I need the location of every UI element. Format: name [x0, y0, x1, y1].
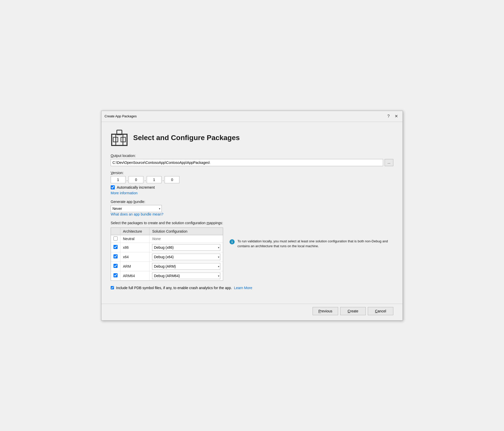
output-path-input[interactable] — [111, 159, 383, 166]
title-bar-controls: ? ✕ — [385, 113, 399, 120]
arm-config-select[interactable]: Debug (ARM) Release (ARM) — [152, 263, 220, 270]
footer: Previous Create Cancel — [101, 304, 403, 320]
arm64-checkbox[interactable] — [113, 273, 118, 277]
x86-checkbox[interactable] — [113, 245, 118, 249]
x64-arch: x64 — [120, 252, 150, 262]
neutral-config: None — [150, 235, 223, 243]
title-bar-left: Create App Packages — [105, 114, 137, 118]
package-icon — [111, 129, 128, 146]
x64-config-wrapper: Debug (x64) Release (x64) ▾ — [152, 254, 220, 260]
info-box: i To run validation locally, you must se… — [229, 228, 393, 281]
table-row: x86 Debug (x86) Release (x86) ▾ — [111, 243, 223, 252]
pdb-row: Include full PDB symbol files, if any, t… — [111, 286, 393, 290]
create-app-packages-dialog: Create App Packages ? ✕ Select and Confi… — [101, 111, 403, 321]
x64-config-select[interactable]: Debug (x64) Release (x64) — [152, 254, 220, 260]
row-checkbox-cell — [111, 252, 120, 262]
what-is-bundle-link[interactable]: What does an app bundle mean? — [111, 212, 163, 216]
version-major[interactable] — [111, 176, 125, 183]
x86-config-wrapper: Debug (x86) Release (x86) ▾ — [152, 244, 220, 251]
bundle-select[interactable]: Never Always If needed — [111, 205, 162, 212]
packages-table-wrapper: Architecture Solution Configuration Neut… — [111, 228, 223, 281]
x86-config: Debug (x86) Release (x86) ▾ — [150, 243, 223, 252]
version-row: . . . — [111, 176, 393, 183]
previous-button[interactable]: Previous — [313, 307, 338, 315]
pdb-label: Include full PDB symbol files, if any, t… — [116, 286, 232, 290]
neutral-arch: Neutral — [120, 235, 150, 243]
close-button[interactable]: ✕ — [393, 113, 399, 120]
svg-rect-1 — [116, 134, 123, 145]
packages-section: Architecture Solution Configuration Neut… — [111, 228, 393, 281]
output-location-label: Output location: — [111, 154, 393, 158]
row-checkbox-cell — [111, 262, 120, 271]
help-button[interactable]: ? — [385, 113, 392, 120]
info-icon: i — [229, 239, 235, 245]
table-row: ARM Debug (ARM) Release (ARM) ▾ — [111, 262, 223, 271]
table-row: x64 Debug (x64) Release (x64) ▾ — [111, 252, 223, 262]
svg-rect-0 — [112, 134, 127, 145]
version-build[interactable] — [147, 176, 162, 183]
auto-increment-label: Automatically increment — [117, 185, 155, 189]
x86-config-select[interactable]: Debug (x86) Release (x86) — [152, 244, 220, 251]
table-row: ARM64 Debug (ARM64) Release (ARM64) ▾ — [111, 271, 223, 280]
arm64-config-select[interactable]: Debug (ARM64) Release (ARM64) — [152, 273, 220, 279]
more-info-link[interactable]: More information — [111, 191, 138, 195]
arm-config: Debug (ARM) Release (ARM) ▾ — [150, 262, 223, 271]
arm64-config-wrapper: Debug (ARM64) Release (ARM64) ▾ — [152, 273, 220, 279]
browse-button[interactable]: ... — [385, 159, 393, 166]
table-row: Neutral None — [111, 235, 223, 243]
version-label: Version: — [111, 171, 393, 175]
col-checkbox — [111, 228, 120, 235]
row-checkbox-cell — [111, 235, 120, 243]
auto-increment-row: Automatically increment — [111, 185, 393, 189]
create-button[interactable]: Create — [340, 307, 366, 315]
arm64-config: Debug (ARM64) Release (ARM64) ▾ — [150, 271, 223, 280]
col-architecture: Architecture — [120, 228, 150, 235]
learn-more-link[interactable]: Learn More — [234, 286, 252, 290]
version-revision[interactable] — [165, 176, 179, 183]
header-section: Select and Configure Packages — [111, 129, 393, 146]
output-location-section: Output location: ... — [111, 154, 393, 166]
packages-table: Architecture Solution Configuration Neut… — [111, 228, 223, 280]
x64-config: Debug (x64) Release (x64) ▾ — [150, 252, 223, 262]
x86-arch: x86 — [120, 243, 150, 252]
output-location-row: ... — [111, 159, 393, 166]
bundle-label: Generate app bundle: — [111, 200, 393, 204]
row-checkbox-cell — [111, 271, 120, 280]
x64-checkbox[interactable] — [113, 254, 118, 258]
arm-arch: ARM — [120, 262, 150, 271]
pdb-checkbox[interactable] — [111, 286, 114, 289]
auto-increment-checkbox[interactable] — [111, 185, 115, 189]
row-checkbox-cell — [111, 243, 120, 252]
col-solution-config: Solution Configuration — [150, 228, 223, 235]
page-title: Select and Configure Packages — [133, 134, 240, 142]
svg-text:i: i — [232, 240, 233, 244]
arm-checkbox[interactable] — [113, 264, 118, 268]
arm64-arch: ARM64 — [120, 271, 150, 280]
packages-label: Select the packages to create and the so… — [111, 221, 393, 225]
neutral-checkbox[interactable] — [113, 236, 118, 241]
bundle-section: Generate app bundle: Never Always If nee… — [111, 200, 393, 216]
version-minor[interactable] — [129, 176, 143, 183]
dialog-title: Create App Packages — [105, 114, 137, 118]
title-bar: Create App Packages ? ✕ — [101, 111, 403, 122]
arm-config-wrapper: Debug (ARM) Release (ARM) ▾ — [152, 263, 220, 270]
version-section: Version: . . . Automatically increment M… — [111, 171, 393, 195]
cancel-button[interactable]: Cancel — [368, 307, 393, 315]
info-text: To run validation locally, you must sele… — [237, 239, 393, 249]
dialog-content: Select and Configure Packages Output loc… — [101, 122, 403, 304]
bundle-select-wrapper: Never Always If needed ▾ — [111, 205, 162, 212]
